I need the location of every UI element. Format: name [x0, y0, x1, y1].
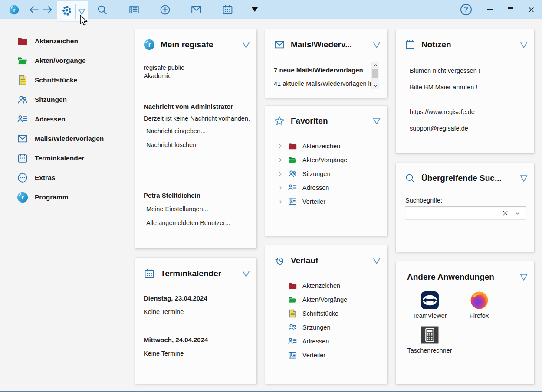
note-link[interactable]: https://www.regisafe.de [410, 108, 475, 115]
separator [75, 4, 76, 19]
forward-button[interactable] [42, 0, 53, 19]
delete-message-action[interactable]: Nachricht löschen [146, 141, 196, 148]
calendar-button[interactable] [222, 0, 233, 19]
scroll-up-icon[interactable] [372, 62, 379, 69]
card-menu-caret-icon[interactable] [519, 39, 529, 50]
maximize-button[interactable] [508, 0, 513, 19]
chevron-right-icon[interactable] [277, 199, 283, 205]
search-input[interactable] [405, 207, 502, 219]
history-item-label: Verteiler [302, 352, 325, 359]
sidebar-item-label: Aktenzeichen [35, 37, 78, 45]
svg-text:r: r [148, 41, 151, 48]
chevron-right-icon[interactable] [277, 143, 283, 149]
scrollbar-thumb[interactable] [372, 69, 378, 78]
card-title: Notizen [421, 40, 451, 49]
folder-closed-icon [17, 36, 28, 47]
favorite-item-verteiler[interactable]: Verteiler [265, 195, 387, 208]
calendar-icon [17, 153, 28, 164]
enter-message-action[interactable]: Nachricht eingeben... [146, 127, 206, 134]
favorite-item-sitzungen[interactable]: Sitzungen [265, 167, 387, 180]
sidebar-item-aktenzeichen[interactable]: Aktenzeichen [0, 32, 131, 51]
logged-in-users-action[interactable]: Alle angemeldeten Benutzer... [146, 219, 230, 226]
back-button[interactable] [28, 0, 40, 19]
history-item-label: Adressen [302, 338, 329, 345]
sidebar-item-mails-wiedervorlagen[interactable]: Mails/Wiedervorlagen [0, 129, 131, 148]
history-item-aktenzeichen[interactable]: Aktenzeichen [265, 279, 387, 292]
sidebar-item-label: Sitzungen [35, 96, 67, 104]
history-item-adressen[interactable]: Adressen [265, 335, 387, 348]
app-label: Firefox [455, 312, 503, 319]
more-menu-button[interactable] [252, 0, 258, 19]
card-menu-caret-icon[interactable] [371, 255, 382, 266]
clear-icon[interactable] [502, 209, 509, 217]
favorite-item-label: Akten/Vorgänge [302, 157, 347, 163]
contact-icon [288, 336, 297, 346]
main-area: Aktenzeichen Akten/Vorgänge Schriftstück… [0, 19, 542, 391]
help-button[interactable]: ? [460, 0, 472, 19]
app-teamviewer[interactable]: TeamViewer [405, 291, 454, 319]
history-item-schriftstuecke[interactable]: Schriftstücke [265, 307, 387, 320]
history-item-verteiler[interactable]: Verteiler [265, 349, 387, 362]
card-title: Mein regisafe [161, 40, 213, 49]
card-menu-caret-icon[interactable] [241, 39, 251, 50]
mail-button[interactable] [191, 0, 202, 19]
new-mails-count[interactable]: 7 neue Mails/Wiedervorlagen [274, 66, 363, 74]
calendar-day: Dienstag, 23.04.2024 [144, 294, 207, 302]
new-button[interactable] [159, 0, 171, 19]
favorite-item-adressen[interactable]: Adressen [265, 181, 387, 194]
sidebar-item-terminkalender[interactable]: Terminkalender [0, 149, 131, 168]
register-button[interactable] [128, 0, 140, 19]
app-taschenrechner[interactable]: Taschenrechner [405, 326, 454, 354]
history-item-label: Schriftstücke [302, 310, 338, 317]
favorite-item-akten-vorgaenge[interactable]: Akten/Vorgänge [265, 154, 387, 167]
sidebar-item-akten-vorgaenge[interactable]: Akten/Vorgänge [0, 51, 131, 70]
sidebar-item-programm[interactable]: r Programm [0, 188, 131, 207]
card-menu-caret-icon[interactable] [519, 272, 529, 282]
favorite-item-aktenzeichen[interactable]: Aktenzeichen [265, 140, 387, 153]
sidebar-item-extras[interactable]: Extras [0, 168, 131, 187]
mail-icon [274, 39, 285, 50]
note-line: Blumen nicht vergessen ! [410, 67, 480, 74]
chevron-right-icon[interactable] [277, 185, 283, 191]
sidebar-item-adressen[interactable]: Adressen [0, 110, 131, 129]
chevron-right-icon[interactable] [277, 157, 283, 163]
history-item-sitzungen[interactable]: Sitzungen [265, 321, 387, 334]
app-firefox[interactable]: Firefox [455, 291, 503, 319]
folder-closed-icon [288, 141, 297, 151]
history-item-label: Akten/Vorgänge [302, 296, 347, 303]
folder-closed-icon [288, 281, 297, 291]
card-title: Terminkalender [161, 269, 221, 278]
card-menu-caret-icon[interactable] [519, 173, 529, 183]
calendar-day: Mittwoch, 24.04.2024 [144, 336, 208, 343]
combo-dropdown-icon[interactable] [514, 209, 521, 217]
search-button[interactable] [96, 0, 108, 19]
sidebar-item-label: Schriftstücke [35, 76, 77, 84]
calendar-day-text: Keine Termine [144, 308, 184, 315]
distribution-card-icon [288, 197, 297, 206]
card-title: Andere Anwendungen [407, 272, 494, 282]
card-menu-caret-icon[interactable] [371, 116, 382, 126]
sidebar-item-schriftstuecke[interactable]: Schriftstücke [0, 71, 131, 90]
sidebar-item-sitzungen[interactable]: Sitzungen [0, 90, 131, 109]
history-item-label: Aktenzeichen [302, 282, 340, 289]
minimize-button[interactable] [487, 0, 493, 19]
search-terms-field[interactable] [405, 206, 526, 220]
regisafe-logo-icon: r [9, 0, 19, 19]
current-mails-count[interactable]: 41 aktuelle Mails/Wiedervorlagen in [274, 80, 373, 87]
dashboard-icon [61, 5, 73, 17]
calculator-icon [420, 326, 439, 344]
my-settings-action[interactable]: Meine Einstellungen... [146, 206, 208, 212]
history-item-akten-vorgaenge[interactable]: Akten/Vorgänge [265, 293, 387, 306]
mail-icon [17, 133, 28, 144]
card-verlauf: Verlauf Aktenzeichen Akten/Vorgänge Schr… [265, 245, 387, 384]
sidebar-item-label: Mails/Wiedervorlagen [35, 135, 104, 143]
card-title: Favoriten [291, 116, 328, 126]
note-email[interactable]: support@regisafe.de [410, 125, 468, 132]
card-menu-caret-icon[interactable] [241, 268, 251, 279]
scroll-down-icon[interactable] [372, 82, 379, 89]
close-button[interactable] [528, 0, 535, 19]
chevron-right-icon[interactable] [277, 171, 283, 177]
scrollbar[interactable] [371, 62, 379, 89]
card-menu-caret-icon[interactable] [371, 39, 382, 50]
more-menu-caret-icon [252, 7, 258, 12]
